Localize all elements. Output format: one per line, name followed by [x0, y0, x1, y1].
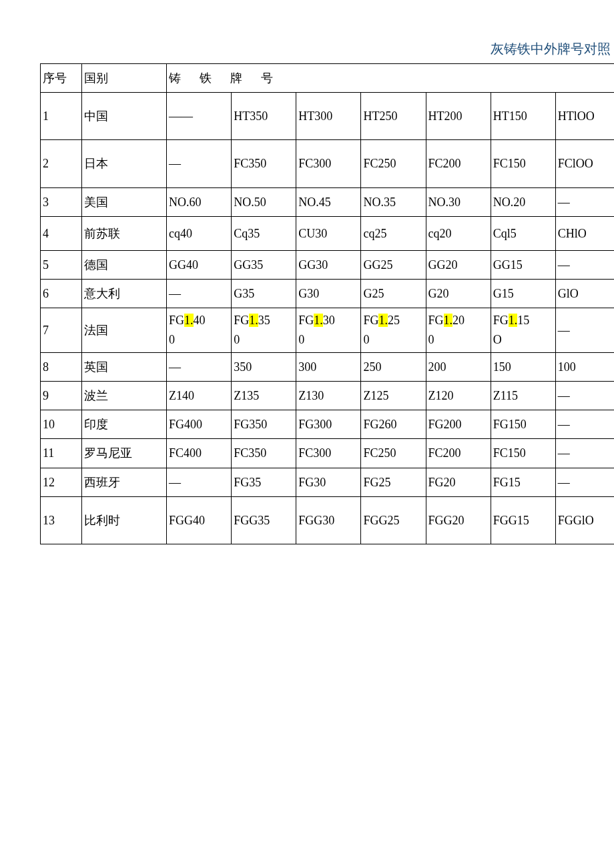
cell-value: FC150: [491, 439, 555, 468]
cell-value: G20: [426, 280, 491, 308]
cell-value: FG25: [361, 468, 426, 496]
cell-value: CHlO: [555, 216, 614, 250]
cell-value: ——: [167, 93, 232, 140]
cell-value: FC300: [296, 439, 361, 468]
header-seq: 序号: [41, 64, 82, 93]
cell-value: Z130: [296, 382, 361, 410]
table-row: 7 法国 FG1.400 FG1.350 FG1.300 FG1.250 FG1…: [41, 308, 615, 353]
table-row: 5 德国 GG40 GG35 GG30 GG25 GG20 GG15 —: [41, 250, 615, 279]
cell-seq: 3: [41, 187, 82, 216]
cell-value: G30: [296, 280, 361, 308]
cell-value: 300: [296, 352, 361, 381]
cell-seq: 6: [41, 280, 82, 308]
cell-value: 100: [555, 352, 614, 381]
cell-value: HT350: [232, 93, 296, 140]
cell-country: 中国: [82, 93, 167, 140]
cell-value: —: [555, 439, 614, 468]
cell-value: FGG30: [296, 496, 361, 544]
cell-value: —: [555, 382, 614, 410]
cell-value: 250: [361, 352, 426, 381]
cell-value: Z120: [426, 382, 491, 410]
cell-seq: 13: [41, 496, 82, 544]
cell-value: NO.35: [361, 187, 426, 216]
table-row: 9 波兰 Z140 Z135 Z130 Z125 Z120 Z115 —: [41, 382, 615, 410]
cell-value: cq40: [167, 216, 232, 250]
cell-value: GG35: [232, 250, 296, 279]
cell-value: —: [555, 468, 614, 496]
cell-value: 150: [491, 352, 555, 381]
cell-value: NO.20: [491, 187, 555, 216]
cell-country: 波兰: [82, 382, 167, 410]
cell-country: 美国: [82, 187, 167, 216]
cell-value: FG30: [296, 468, 361, 496]
cell-value: FG200: [426, 410, 491, 439]
page-title: 灰铸铁中外牌号对照: [40, 40, 614, 58]
cell-value: FG350: [232, 410, 296, 439]
cell-value: FG20: [426, 468, 491, 496]
cell-value: CU30: [296, 216, 361, 250]
cell-value: FC300: [296, 140, 361, 187]
cell-value: FG260: [361, 410, 426, 439]
cell-country: 意大利: [82, 280, 167, 308]
cell-country: 罗马尼亚: [82, 439, 167, 468]
cell-seq: 9: [41, 382, 82, 410]
cell-value: FC350: [232, 439, 296, 468]
cell-value: GG15: [491, 250, 555, 279]
header-grade: 铸铁牌号: [167, 64, 615, 93]
cell-value: GG20: [426, 250, 491, 279]
cell-value: FGG25: [361, 496, 426, 544]
cell-value: NO.60: [167, 187, 232, 216]
cell-value: FGG15: [491, 496, 555, 544]
cell-seq: 1: [41, 93, 82, 140]
table-row: 8 英国 — 350 300 250 200 150 100: [41, 352, 615, 381]
table-row: 4 前苏联 cq40 Cq35 CU30 cq25 cq20 Cql5 CHlO: [41, 216, 615, 250]
cell-value: —: [167, 140, 232, 187]
cell-value: Z140: [167, 382, 232, 410]
cell-value: NO.50: [232, 187, 296, 216]
cell-country: 印度: [82, 410, 167, 439]
cell-value: G35: [232, 280, 296, 308]
table-row: 13 比利时 FGG40 FGG35 FGG30 FGG25 FGG20 FGG…: [41, 496, 615, 544]
cell-value: FGG40: [167, 496, 232, 544]
cell-value: FG1.400: [167, 308, 232, 353]
cell-country: 德国: [82, 250, 167, 279]
cell-value: 350: [232, 352, 296, 381]
cell-value: HTlOO: [555, 93, 614, 140]
cell-seq: 7: [41, 308, 82, 353]
cell-country: 前苏联: [82, 216, 167, 250]
cell-value: FC200: [426, 140, 491, 187]
cell-value: FG150: [491, 410, 555, 439]
table-row: 11 罗马尼亚 FC400 FC350 FC300 FC250 FC200 FC…: [41, 439, 615, 468]
cell-value: GlO: [555, 280, 614, 308]
cell-value: GG25: [361, 250, 426, 279]
cell-value: —: [555, 250, 614, 279]
table-row: 2 日本 — FC350 FC300 FC250 FC200 FC150 FCl…: [41, 140, 615, 187]
cell-value: —: [167, 280, 232, 308]
cell-value: FG300: [296, 410, 361, 439]
cell-value: HT300: [296, 93, 361, 140]
cell-value: HT150: [491, 93, 555, 140]
cell-value: —: [167, 468, 232, 496]
cell-value: Z125: [361, 382, 426, 410]
cell-value: 200: [426, 352, 491, 381]
cell-country: 法国: [82, 308, 167, 353]
cell-value: HT200: [426, 93, 491, 140]
cell-value: GG40: [167, 250, 232, 279]
cell-value: G15: [491, 280, 555, 308]
table-row: 6 意大利 — G35 G30 G25 G20 G15 GlO: [41, 280, 615, 308]
table-row: 1 中国 —— HT350 HT300 HT250 HT200 HT150 HT…: [41, 93, 615, 140]
cell-value: FC250: [361, 140, 426, 187]
table-row: 10 印度 FG400 FG350 FG300 FG260 FG200 FG15…: [41, 410, 615, 439]
cell-value: —: [167, 352, 232, 381]
cell-value: cq25: [361, 216, 426, 250]
cell-seq: 8: [41, 352, 82, 381]
cell-value: Cql5: [491, 216, 555, 250]
cell-value: FC150: [491, 140, 555, 187]
cell-value: Z135: [232, 382, 296, 410]
cell-value: FC200: [426, 439, 491, 468]
cell-value: GG30: [296, 250, 361, 279]
cell-country: 比利时: [82, 496, 167, 544]
cell-seq: 12: [41, 468, 82, 496]
header-row: 序号 国别 铸铁牌号: [41, 64, 615, 93]
cell-value: cq20: [426, 216, 491, 250]
